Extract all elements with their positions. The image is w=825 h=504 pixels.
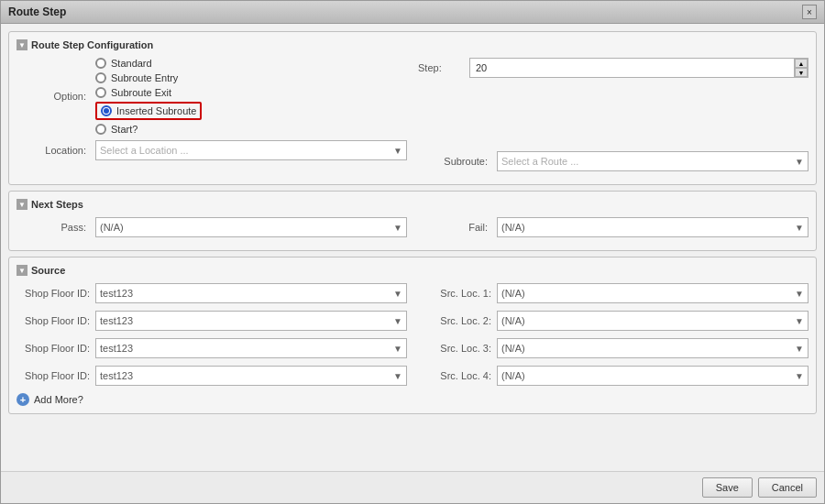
src-loc-arrow-1[interactable]: ▼ xyxy=(795,316,804,326)
radio-subroute-entry-label: Subroute Entry xyxy=(111,72,178,83)
fail-select[interactable]: (N/A) ▼ xyxy=(497,217,808,237)
location-select[interactable]: Select a Location ... ▼ xyxy=(95,140,407,160)
shop-select-2[interactable]: test123 ▼ xyxy=(95,338,407,358)
config-title: Route Step Configuration xyxy=(31,39,153,50)
shop-row-1: Shop Floor ID: test123 ▼ xyxy=(16,311,407,331)
subroute-placeholder: Select a Route ... xyxy=(501,156,578,167)
source-collapse-arrow[interactable]: ▼ xyxy=(16,265,28,276)
config-section: ▼ Route Step Configuration Option: Stand… xyxy=(8,31,817,185)
close-button[interactable]: × xyxy=(802,5,817,19)
source-row-1: Shop Floor ID: test123 ▼ Src. Loc. 2: (N… xyxy=(16,311,808,334)
shop-row-3: Shop Floor ID: test123 ▼ xyxy=(16,366,407,386)
radio-subroute-exit-label: Subroute Exit xyxy=(111,87,171,98)
footer: Save Cancel xyxy=(1,471,824,503)
shop-arrow-3[interactable]: ▼ xyxy=(393,371,402,381)
next-steps-right: Fail: (N/A) ▼ xyxy=(418,217,808,243)
pass-value: (N/A) xyxy=(100,222,124,233)
source-left-1: Shop Floor ID: test123 ▼ xyxy=(16,311,407,334)
src-loc-arrow-2[interactable]: ▼ xyxy=(795,344,804,354)
source-left-0: Shop Floor ID: test123 ▼ xyxy=(16,283,407,307)
fail-dropdown-arrow[interactable]: ▼ xyxy=(795,223,804,233)
save-button[interactable]: Save xyxy=(702,477,753,498)
src-loc-select-3[interactable]: (N/A) ▼ xyxy=(497,366,808,386)
next-steps-section: ▼ Next Steps Pass: (N/A) ▼ Fail: xyxy=(8,191,817,251)
radio-standard[interactable]: Standard xyxy=(95,58,202,69)
pass-select[interactable]: (N/A) ▼ xyxy=(95,217,407,237)
main-content: ▼ Route Step Configuration Option: Stand… xyxy=(1,24,824,471)
shop-row-2: Shop Floor ID: test123 ▼ xyxy=(16,338,407,358)
subroute-select[interactable]: Select a Route ... ▼ xyxy=(497,151,808,171)
src-loc-select-2[interactable]: (N/A) ▼ xyxy=(497,338,808,358)
src-loc-row-3: Src. Loc. 4: (N/A) ▼ xyxy=(418,366,808,386)
title-bar: Route Step × xyxy=(1,1,824,24)
radio-subroute-exit[interactable]: Subroute Exit xyxy=(95,87,202,98)
src-loc-arrow-0[interactable]: ▼ xyxy=(795,289,804,299)
shop-value-0: test123 xyxy=(100,288,133,299)
shop-value-3: test123 xyxy=(100,370,133,381)
window-title: Route Step xyxy=(8,5,66,18)
src-loc-select-1[interactable]: (N/A) ▼ xyxy=(497,311,808,331)
config-collapse-arrow[interactable]: ▼ xyxy=(16,39,28,50)
source-left-2: Shop Floor ID: test123 ▼ xyxy=(16,338,407,362)
shop-select-3[interactable]: test123 ▼ xyxy=(95,366,407,386)
radio-subroute-entry[interactable]: Subroute Entry xyxy=(95,72,202,83)
config-body: Option: Standard Subroute Entry xyxy=(16,58,808,177)
location-dropdown-arrow[interactable]: ▼ xyxy=(393,146,402,156)
subroute-label: Subroute: xyxy=(418,156,491,167)
radio-group: Standard Subroute Entry Subroute Exit xyxy=(95,58,202,135)
src-loc-row-2: Src. Loc. 3: (N/A) ▼ xyxy=(418,338,808,358)
shop-label-0: Shop Floor ID: xyxy=(16,288,90,299)
radio-start-label: Start? xyxy=(111,124,138,135)
shop-select-0[interactable]: test123 ▼ xyxy=(95,283,407,303)
radio-inserted-subroute-dot xyxy=(104,108,109,114)
radio-start-input[interactable] xyxy=(95,124,106,135)
radio-start[interactable]: Start? xyxy=(95,124,202,135)
step-label: Step: xyxy=(418,62,464,73)
src-loc-arrow-3[interactable]: ▼ xyxy=(795,371,804,381)
radio-subroute-exit-input[interactable] xyxy=(95,87,106,98)
shop-arrow-1[interactable]: ▼ xyxy=(393,316,402,326)
fail-value: (N/A) xyxy=(501,222,525,233)
step-value[interactable]: 20 xyxy=(470,59,794,77)
radio-subroute-entry-input[interactable] xyxy=(95,72,106,83)
shop-value-1: test123 xyxy=(100,315,133,326)
src-loc-value-2: (N/A) xyxy=(501,343,525,354)
next-steps-body: Pass: (N/A) ▼ Fail: (N/A) ▼ xyxy=(16,217,808,243)
radio-standard-input[interactable] xyxy=(95,58,106,69)
subroute-dropdown-arrow[interactable]: ▼ xyxy=(795,157,804,167)
src-loc-label-0: Src. Loc. 1: xyxy=(418,288,491,299)
source-right-0: Src. Loc. 1: (N/A) ▼ xyxy=(418,283,808,307)
next-steps-collapse-arrow[interactable]: ▼ xyxy=(16,199,28,210)
subroute-row: Subroute: Select a Route ... ▼ xyxy=(418,151,808,171)
shop-row-0: Shop Floor ID: test123 ▼ xyxy=(16,283,407,303)
shop-label-3: Shop Floor ID: xyxy=(16,370,90,381)
option-label: Option: xyxy=(16,91,90,102)
step-down-button[interactable]: ▼ xyxy=(795,68,808,77)
fail-row: Fail: (N/A) ▼ xyxy=(418,217,808,237)
config-left: Option: Standard Subroute Entry xyxy=(16,58,407,166)
source-title: Source xyxy=(31,265,65,276)
location-label: Location: xyxy=(16,145,90,156)
config-right: Step: 20 ▲ ▼ Subroute: Se xyxy=(418,58,808,177)
cancel-button[interactable]: Cancel xyxy=(758,477,817,498)
fail-label: Fail: xyxy=(418,222,491,233)
radio-inserted-subroute[interactable]: Inserted Subroute xyxy=(95,102,202,120)
shop-arrow-0[interactable]: ▼ xyxy=(393,289,402,299)
src-loc-select-0[interactable]: (N/A) ▼ xyxy=(497,283,808,303)
shop-select-1[interactable]: test123 ▼ xyxy=(95,311,407,331)
pass-dropdown-arrow[interactable]: ▼ xyxy=(393,223,402,233)
shop-arrow-2[interactable]: ▼ xyxy=(393,344,402,354)
pass-label: Pass: xyxy=(16,222,90,233)
next-steps-header: ▼ Next Steps xyxy=(16,199,808,210)
shop-label-2: Shop Floor ID: xyxy=(16,343,90,354)
source-row-2: Shop Floor ID: test123 ▼ Src. Loc. 3: (N… xyxy=(16,338,808,362)
step-up-button[interactable]: ▲ xyxy=(795,59,808,68)
route-step-window: Route Step × ▼ Route Step Configuration … xyxy=(0,0,825,504)
add-more-row[interactable]: + Add More? xyxy=(16,393,808,406)
source-right-2: Src. Loc. 3: (N/A) ▼ xyxy=(418,338,808,362)
shop-value-2: test123 xyxy=(100,343,133,354)
location-row: Location: Select a Location ... ▼ xyxy=(16,140,407,160)
step-row: Step: 20 ▲ ▼ xyxy=(418,58,808,78)
radio-inserted-subroute-input[interactable] xyxy=(101,105,112,116)
add-more-icon[interactable]: + xyxy=(16,393,29,406)
